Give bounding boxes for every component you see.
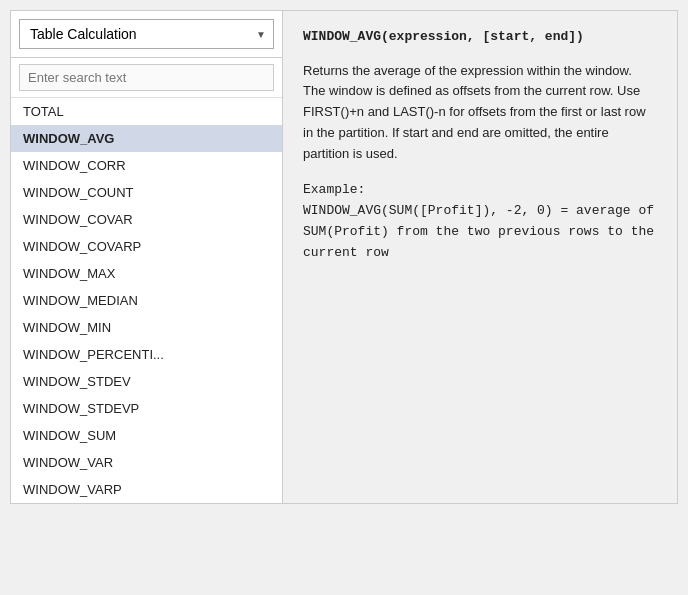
example-code: WINDOW_AVG(SUM([Profit]), -2, 0) = avera… [303,203,654,260]
list-item[interactable]: WINDOW_VARP [11,476,282,503]
list-item[interactable]: TOTAL [11,98,282,125]
function-list: TOTAL WINDOW_AVG WINDOW_CORR WINDOW_COUN… [11,98,282,503]
list-item[interactable]: WINDOW_MEDIAN [11,287,282,314]
list-item[interactable]: WINDOW_COVAR [11,206,282,233]
list-item[interactable]: WINDOW_CORR [11,152,282,179]
search-input[interactable] [19,64,274,91]
dropdown-container: Table Calculation ▼ [11,11,282,58]
left-panel: Table Calculation ▼ TOTAL WINDOW_AVG WIN… [11,11,283,503]
category-dropdown[interactable]: Table Calculation [19,19,274,49]
main-container: Table Calculation ▼ TOTAL WINDOW_AVG WIN… [10,10,678,504]
search-container [11,58,282,98]
list-item-selected[interactable]: WINDOW_AVG [11,125,282,152]
example-label: Example: [303,182,365,197]
function-signature: WINDOW_AVG(expression, [start, end]) [303,27,657,47]
list-item[interactable]: WINDOW_STDEV [11,368,282,395]
function-example: Example: WINDOW_AVG(SUM([Profit]), -2, 0… [303,180,657,263]
list-item[interactable]: WINDOW_STDEVP [11,395,282,422]
list-item[interactable]: WINDOW_PERCENTI... [11,341,282,368]
function-description: Returns the average of the expression wi… [303,61,657,165]
list-item[interactable]: WINDOW_COUNT [11,179,282,206]
list-item[interactable]: WINDOW_SUM [11,422,282,449]
category-dropdown-wrapper[interactable]: Table Calculation ▼ [19,19,274,49]
right-panel: WINDOW_AVG(expression, [start, end]) Ret… [283,11,677,503]
list-item[interactable]: WINDOW_COVARP [11,233,282,260]
list-item[interactable]: WINDOW_MAX [11,260,282,287]
list-item[interactable]: WINDOW_MIN [11,314,282,341]
list-item[interactable]: WINDOW_VAR [11,449,282,476]
